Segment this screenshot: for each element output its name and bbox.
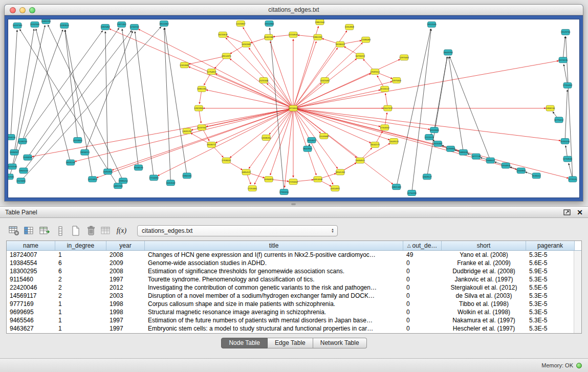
- network-graph[interactable]: 1872400711607437161161221769701416755313…: [8, 19, 579, 198]
- close-panel-icon[interactable]: ✕: [577, 209, 583, 215]
- cell-short[interactable]: Yano et al. (2008): [442, 251, 526, 259]
- graph-node[interactable]: 16220618: [218, 32, 228, 37]
- graph-node[interactable]: 12204641: [289, 32, 298, 37]
- graph-node[interactable]: 16770412: [554, 117, 564, 123]
- table-row[interactable]: 1456911722003Disruption of a novel membe…: [7, 292, 581, 300]
- modify-column-button[interactable]: [38, 225, 52, 237]
- table-row[interactable]: 969969511998Structural magnetic resonanc…: [7, 308, 581, 316]
- cell-in_degree[interactable]: 2: [55, 275, 106, 283]
- cell-title[interactable]: Embryonic stem cells: a model to study s…: [145, 324, 403, 333]
- column-header-name[interactable]: name: [7, 241, 55, 250]
- graph-node[interactable]: 18014362: [159, 20, 169, 26]
- graph-node[interactable]: 14777138: [471, 154, 481, 159]
- graph-node[interactable]: 11283514: [60, 23, 70, 28]
- cell-name[interactable]: 14569117: [7, 292, 55, 300]
- graph-node[interactable]: 15149469: [319, 134, 329, 139]
- cell-pagerank[interactable]: 5.3E-5: [526, 308, 575, 316]
- graph-node[interactable]: 15942031: [182, 173, 192, 179]
- cell-year[interactable]: 2008: [106, 251, 145, 259]
- cell-title[interactable]: Structural magnetic resonance image aver…: [145, 308, 403, 316]
- cell-title[interactable]: Changes of HCN gene expression and I(f) …: [145, 251, 403, 259]
- cell-out_degree[interactable]: 0: [403, 324, 442, 333]
- graph-node[interactable]: 14538261: [262, 135, 271, 141]
- graph-node[interactable]: 16821349: [391, 184, 401, 190]
- cell-short[interactable]: Franke et al. (2009): [442, 259, 526, 267]
- cell-pagerank[interactable]: 5.3E-5: [526, 300, 575, 308]
- graph-node[interactable]: 14242065: [242, 41, 251, 47]
- graph-node[interactable]: 18246135: [134, 165, 143, 170]
- graph-node[interactable]: 19123756: [561, 29, 571, 35]
- zoom-window-button[interactable]: [29, 7, 35, 13]
- graph-node[interactable]: 18514375: [222, 53, 231, 59]
- cell-name[interactable]: 9465546: [7, 316, 55, 324]
- cell-name[interactable]: 18724007: [7, 251, 55, 259]
- cell-year[interactable]: 1997: [106, 275, 145, 283]
- cell-title[interactable]: Tourette syndrome. Phenomenology and cla…: [145, 275, 403, 283]
- graph-node[interactable]: 17164532: [380, 125, 389, 130]
- cell-in_degree[interactable]: 1: [55, 324, 106, 333]
- panel-splitter-handle[interactable]: [291, 203, 296, 205]
- graph-node[interactable]: 18531246: [66, 160, 76, 165]
- row-tool-button[interactable]: [53, 225, 67, 237]
- graph-node[interactable]: 16325461: [320, 78, 330, 83]
- graph-node[interactable]: 12416582: [180, 62, 189, 68]
- table-row[interactable]: 1830029562008Estimation of significance …: [7, 267, 581, 275]
- cell-pagerank[interactable]: 5.3E-5: [526, 292, 575, 300]
- graph-node[interactable]: 20260503: [103, 169, 113, 174]
- cell-out_degree[interactable]: 0: [403, 275, 442, 283]
- cell-short[interactable]: Tibbo et al. (1998): [442, 300, 526, 308]
- tab-edge-table[interactable]: Edge Table: [268, 338, 313, 348]
- column-header-short[interactable]: short: [442, 241, 526, 250]
- graph-node[interactable]: 16042175: [370, 142, 380, 147]
- table-source-select[interactable]: citations_edges.txt ▲▼: [137, 225, 338, 236]
- import-table-button[interactable]: [99, 225, 113, 237]
- cell-pagerank[interactable]: 5.3E-5: [526, 316, 575, 324]
- graph-node[interactable]: 12226847: [236, 20, 246, 26]
- graph-node[interactable]: 19861351: [313, 34, 323, 40]
- graph-node[interactable]: 14609127: [422, 174, 432, 180]
- network-window-titlebar[interactable]: citations_edges.txt: [5, 5, 583, 15]
- minimize-window-button[interactable]: [19, 7, 26, 13]
- graph-node[interactable]: 17154263: [149, 175, 159, 181]
- tab-node-table[interactable]: Node Table: [221, 338, 268, 348]
- cell-name[interactable]: 9115460: [7, 275, 55, 283]
- cell-short[interactable]: Nakamura et al. (1997): [442, 316, 526, 324]
- graph-node[interactable]: 11246153: [18, 138, 28, 144]
- graph-node[interactable]: 10465318: [41, 19, 51, 24]
- cell-pagerank[interactable]: 5.5E-5: [526, 283, 575, 292]
- graph-node[interactable]: 17221572: [424, 135, 434, 140]
- graph-node[interactable]: 15934872: [264, 177, 274, 182]
- cell-title[interactable]: Estimation of significance thresholds fo…: [145, 267, 403, 275]
- cell-out_degree[interactable]: 0: [403, 267, 442, 275]
- graph-node[interactable]: 10742154: [129, 24, 139, 30]
- graph-node[interactable]: 11871352: [117, 21, 126, 27]
- cell-title[interactable]: Corpus callosum shape and size in male p…: [145, 300, 403, 308]
- graph-node[interactable]: 10584321: [10, 149, 19, 155]
- graph-node[interactable]: 10925464: [100, 24, 110, 30]
- graph-node[interactable]: 11554908: [345, 24, 355, 30]
- graph-node[interactable]: 15231648: [259, 78, 269, 83]
- graph-node[interactable]: 18332683: [429, 127, 439, 133]
- cell-pagerank[interactable]: 5.6E-5: [526, 259, 575, 267]
- graph-node[interactable]: 15958134: [546, 105, 555, 111]
- graph-node[interactable]: 18036721: [207, 142, 216, 147]
- cell-pagerank[interactable]: 5.3E-5: [526, 275, 575, 283]
- graph-node[interactable]: 19056213: [80, 149, 90, 155]
- graph-node[interactable]: 11607437: [383, 105, 393, 111]
- cell-year[interactable]: 1998: [106, 308, 145, 316]
- graph-node[interactable]: 17485083: [361, 37, 371, 42]
- cell-year[interactable]: 1997: [106, 324, 145, 333]
- graph-node[interactable]: 13720819: [88, 177, 97, 182]
- graph-node[interactable]: 10231546: [8, 164, 17, 169]
- graph-node[interactable]: 19861504: [315, 19, 325, 25]
- cell-pagerank[interactable]: 5.3E-5: [526, 251, 575, 259]
- cell-pagerank[interactable]: 5.3E-5: [526, 324, 575, 333]
- cell-out_degree[interactable]: 0: [403, 308, 442, 316]
- graph-node[interactable]: 16237561: [197, 125, 207, 130]
- cell-title[interactable]: Disruption of a novel member of a sodium…: [145, 292, 403, 300]
- cell-out_degree[interactable]: 0: [403, 292, 442, 300]
- cell-in_degree[interactable]: 2: [55, 283, 106, 292]
- cell-year[interactable]: 2003: [106, 292, 145, 300]
- graph-node[interactable]: 16854127: [242, 169, 251, 175]
- graph-node[interactable]: 15888249: [459, 149, 468, 155]
